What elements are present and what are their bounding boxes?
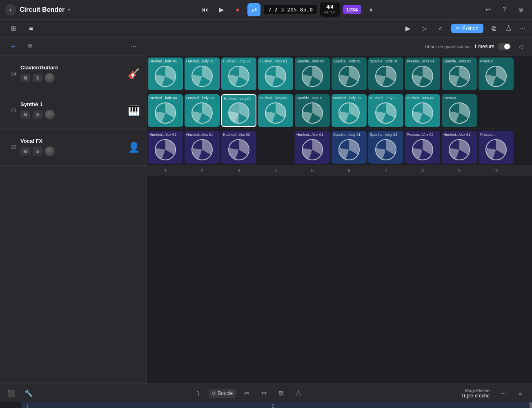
secondary-play-button[interactable]: ▶: [402, 23, 414, 34]
clip-row1-2[interactable]: Hushed...lody 01: [221, 58, 256, 90]
play-from-button[interactable]: ▷: [418, 23, 430, 34]
more-button[interactable]: ···: [519, 24, 525, 33]
magneto-value: Triple-croche: [461, 393, 490, 399]
clip-row2-3[interactable]: Hushed...lody 03: [258, 94, 293, 127]
rewind-button[interactable]: ⏮: [198, 3, 211, 16]
settings-button[interactable]: ⊗: [514, 3, 527, 16]
waveform-area[interactable]: 1 2 Hushed Tones Synth Melody 02: [22, 402, 532, 408]
clip-circle-row1-2: [228, 66, 249, 87]
track-more-button[interactable]: ···: [127, 40, 140, 53]
scroll-right-button[interactable]: ≡: [514, 387, 527, 400]
clip-label-row1-6: Sparkle...ords 01: [370, 59, 402, 63]
clip-row1-8[interactable]: Sparkle...ords 02: [442, 58, 477, 90]
bar-marker-1: 1: [26, 404, 29, 408]
clip-row3-4[interactable]: Hushed...Vox 01: [295, 131, 330, 164]
clip-row3-6[interactable]: Sparkle...lody 02: [368, 131, 403, 164]
editor-import-button[interactable]: ⤵: [191, 387, 205, 400]
clip-row2-8[interactable]: Pressur...: [442, 94, 477, 127]
track-controls-26: M S: [20, 146, 124, 156]
clip-row1-4[interactable]: Sparkle...ords 02: [295, 58, 330, 90]
clip-row2-5[interactable]: Hushed...lody 03: [332, 94, 367, 127]
transport-controls: ⏮ ▶ ● ⇄ 7 2 3 205 85,0 4/4 Fa min 1234 ♦: [98, 2, 478, 17]
help-button[interactable]: ?: [498, 3, 511, 16]
timeline-num-2: 2: [184, 166, 220, 175]
grid-view-button[interactable]: ⊞: [7, 23, 20, 34]
solo-button-24[interactable]: S: [33, 74, 42, 82]
editor-db-panel: 100 50 0 ▶ -50 -100 0 50 -50 -100: [0, 402, 22, 408]
clips-row-1: Hushed...lody 01Hushed...lody 01Hushed..…: [147, 55, 532, 92]
editor-scissors-button[interactable]: ✂: [240, 387, 253, 400]
clip-circle-row2-5: [338, 102, 360, 124]
quantize-toggle[interactable]: [498, 43, 511, 50]
volume-knob-25[interactable]: [45, 110, 55, 120]
clip-row2-2[interactable]: Hushed...lody 02: [221, 94, 256, 127]
solo-button-25[interactable]: S: [33, 111, 42, 119]
clip-row1-9[interactable]: Pressur...: [479, 58, 514, 90]
track-item-26: 26 Vocal FX M S 👤: [0, 129, 147, 166]
clip-row3-5[interactable]: Sparkle...lody 01: [332, 131, 367, 164]
clip-row1-3[interactable]: Hushed...lody 01: [258, 58, 293, 90]
clip-row1-0[interactable]: Hushed...lody 01: [148, 58, 183, 90]
mute-button-25[interactable]: M: [20, 111, 30, 119]
clip-row3-1[interactable]: Hushed...Vox 01: [185, 131, 220, 164]
clip-row1-6[interactable]: Sparkle...ords 01: [368, 58, 403, 90]
editor-scrollbar[interactable]: [530, 402, 532, 408]
add-track-button[interactable]: +: [7, 40, 20, 53]
record-button[interactable]: ●: [231, 3, 244, 16]
history-button[interactable]: ↩: [481, 3, 494, 16]
editor-paste-button[interactable]: ⧊: [292, 387, 305, 400]
editor-panel-toggle[interactable]: ⬛: [5, 387, 18, 400]
volume-knob-26[interactable]: [45, 146, 55, 156]
scroll-thumb[interactable]: [530, 402, 532, 408]
solo-button-26[interactable]: S: [33, 147, 42, 155]
clip-label-row1-9: Pressur...: [480, 59, 512, 63]
editor-copy-button[interactable]: ⧉: [274, 387, 287, 400]
row-arrow-top[interactable]: ◁: [514, 40, 527, 53]
play-button[interactable]: ▶: [215, 3, 228, 16]
clip-row3-2[interactable]: Hushed...Vox 02: [221, 131, 256, 164]
project-name: Circuit Bender: [20, 6, 65, 13]
clip-row3-8[interactable]: Hushed...Vox 01: [442, 131, 477, 164]
mute-button-24[interactable]: M: [20, 74, 30, 82]
clip-row2-0[interactable]: Hushed...lody 03: [148, 94, 183, 127]
track-icon-24: 🎸: [128, 68, 140, 80]
boucle-label: Boucle: [218, 390, 233, 396]
clip-row1-1[interactable]: Hushed...lody 01: [185, 58, 220, 90]
clip-row2-1[interactable]: Hushed...lody 03: [185, 94, 220, 127]
clip-row3-9[interactable]: Pressur...: [479, 131, 514, 164]
secondary-record-button[interactable]: ○: [435, 23, 446, 34]
editor-tools-button[interactable]: 🔧: [22, 387, 35, 400]
clip-row2-6[interactable]: Hushed...lody 02: [368, 94, 403, 127]
clip-row1-7[interactable]: Pressur...ords 01: [405, 58, 440, 90]
back-button[interactable]: ‹: [5, 4, 16, 16]
clip-empty-3: [257, 129, 294, 165]
clip-circle-row1-7: [412, 66, 433, 87]
timeline-num-10: 10: [478, 166, 514, 175]
magneto-more-button[interactable]: ···: [497, 387, 510, 400]
boucle-button[interactable]: ↺ Boucle: [209, 389, 236, 398]
pen-icon: ✏: [456, 25, 461, 31]
paste-button[interactable]: ⧊: [503, 23, 514, 34]
clip-row1-5[interactable]: Sparkle...ords 01: [332, 58, 367, 90]
track-item-25: 25 Synthé 1 M S 🎹: [0, 92, 147, 129]
clip-row2-4[interactable]: Sparkle...Arp 01: [295, 94, 330, 127]
edition-button[interactable]: ✏ Édition: [451, 24, 483, 33]
metronome-button[interactable]: 1234: [343, 5, 361, 14]
clip-row3-7[interactable]: Pressur...Vox 02: [405, 131, 440, 164]
track-number-24: 24: [7, 71, 16, 77]
list-view-button[interactable]: ≡: [24, 23, 38, 34]
project-dropdown-icon[interactable]: ▾: [68, 7, 70, 13]
clip-row3-0[interactable]: Hushed...Vox 02: [148, 131, 183, 164]
clips-scroll-area[interactable]: Hushed...lody 01Hushed...lody 01Hushed..…: [147, 55, 532, 384]
tuner-button[interactable]: ♦: [365, 3, 378, 16]
mute-button-26[interactable]: M: [20, 147, 30, 155]
clip-circle-row1-9: [485, 66, 507, 87]
clip-label-row2-1: Hushed...lody 03: [186, 96, 218, 100]
track-options-button[interactable]: ⧉: [24, 40, 37, 53]
editor-split-button[interactable]: ⇔: [257, 387, 270, 400]
clip-circle-row3-1: [191, 139, 213, 160]
clip-row2-7[interactable]: Hushed...lody 03: [405, 94, 440, 127]
copy-button[interactable]: ⧉: [488, 23, 500, 34]
volume-knob-24[interactable]: [45, 73, 55, 83]
loop-button[interactable]: ⇄: [247, 3, 260, 16]
